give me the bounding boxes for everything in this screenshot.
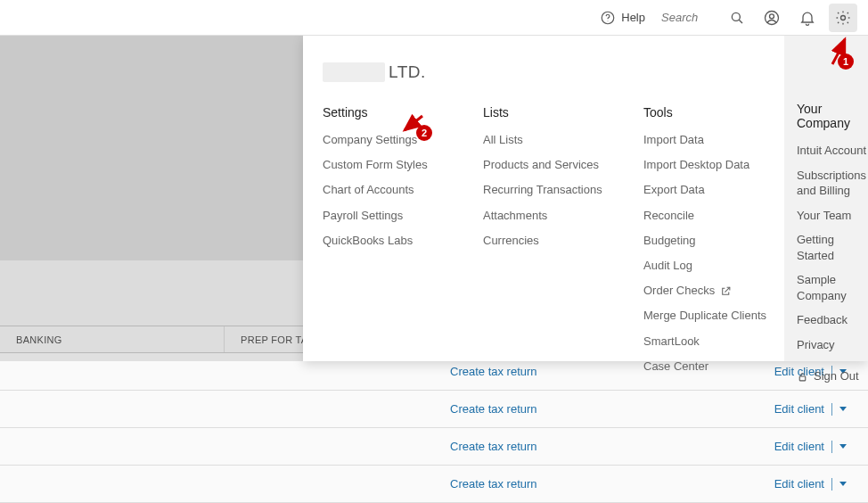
case-center-link[interactable]: Case Center: [643, 359, 768, 375]
divider: [831, 478, 832, 491]
audit-log-link[interactable]: Audit Log: [643, 258, 768, 274]
merge-duplicate-clients-link[interactable]: Merge Duplicate Clients: [643, 308, 768, 324]
company-name: LTD.: [323, 62, 768, 82]
notifications-button[interactable]: [793, 4, 822, 32]
caret-down-icon[interactable]: [839, 407, 847, 411]
reconcile-link[interactable]: Reconcile: [643, 208, 768, 224]
create-tax-return-link[interactable]: Create tax return: [450, 477, 537, 491]
user-icon: [763, 9, 781, 27]
lists-heading: Lists: [483, 105, 617, 120]
table-row: Create tax return Edit client: [0, 466, 868, 503]
gear-icon: [834, 9, 852, 27]
account-button[interactable]: [757, 4, 786, 32]
top-bar: Help: [0, 0, 868, 36]
tools-column: Tools Import Data Import Desktop Data Ex…: [643, 105, 768, 383]
order-checks-label: Order Checks: [643, 283, 715, 299]
all-lists-link[interactable]: All Lists: [483, 132, 617, 148]
sign-out-link[interactable]: Sign Out: [797, 368, 866, 384]
subscriptions-billing-link[interactable]: Subscriptions and Billing: [797, 168, 866, 199]
chart-of-accounts-link[interactable]: Chart of Accounts: [323, 182, 456, 198]
your-team-link[interactable]: Your Team: [797, 208, 866, 224]
attachments-link[interactable]: Attachments: [483, 208, 617, 224]
create-tax-return-link[interactable]: Create tax return: [450, 402, 537, 416]
settings-gear-button[interactable]: [829, 4, 857, 32]
edit-client-link[interactable]: Edit client: [774, 402, 824, 416]
edit-client-link[interactable]: Edit client: [774, 477, 824, 491]
help-label: Help: [621, 11, 645, 24]
bell-icon: [798, 9, 816, 27]
help-icon: [600, 10, 616, 26]
search-area: [661, 10, 745, 26]
quickbooks-labs-link[interactable]: QuickBooks Labs: [323, 233, 456, 249]
divider: [831, 403, 832, 416]
tools-heading: Tools: [643, 105, 768, 120]
table-row: Create tax return Edit client: [0, 391, 868, 428]
caret-down-icon[interactable]: [839, 444, 847, 449]
search-input[interactable]: [661, 11, 724, 24]
your-company-column: Your Company Intuit Account Subscription…: [784, 36, 868, 361]
import-data-link[interactable]: Import Data: [643, 132, 768, 148]
divider: [831, 441, 832, 453]
budgeting-link[interactable]: Budgeting: [643, 233, 768, 249]
svg-line-3: [739, 20, 742, 23]
intuit-account-link[interactable]: Intuit Account: [797, 143, 866, 159]
settings-heading: Settings: [323, 105, 456, 120]
settings-menu-panel: LTD. Settings Company Settings Custom Fo…: [303, 36, 868, 361]
create-tax-return-link[interactable]: Create tax return: [450, 440, 537, 453]
sample-company-link[interactable]: Sample Company: [797, 272, 866, 303]
settings-column: Settings Company Settings Custom Form St…: [323, 105, 456, 383]
getting-started-link[interactable]: Getting Started: [797, 232, 866, 263]
currencies-link[interactable]: Currencies: [483, 233, 617, 249]
your-company-heading: Your Company: [797, 102, 866, 130]
svg-point-2: [732, 12, 740, 21]
smartlook-link[interactable]: SmartLook: [643, 334, 768, 350]
custom-form-styles-link[interactable]: Custom Form Styles: [323, 157, 456, 173]
products-services-link[interactable]: Products and Services: [483, 157, 617, 173]
svg-point-1: [608, 21, 609, 21]
col-header-banking[interactable]: BANKING: [0, 326, 225, 352]
payroll-settings-link[interactable]: Payroll Settings: [323, 208, 456, 224]
svg-point-5: [770, 13, 774, 18]
edit-client-link[interactable]: Edit client: [774, 440, 824, 453]
caret-down-icon[interactable]: [839, 482, 847, 486]
company-name-redacted: [323, 62, 385, 82]
table-row: Create tax return Edit client: [0, 428, 868, 466]
order-checks-link[interactable]: Order Checks: [643, 283, 768, 299]
company-settings-link[interactable]: Company Settings: [323, 132, 456, 148]
import-desktop-data-link[interactable]: Import Desktop Data: [643, 157, 768, 173]
svg-rect-7: [799, 376, 806, 381]
privacy-link[interactable]: Privacy: [797, 337, 866, 353]
sign-out-label: Sign Out: [814, 368, 859, 384]
company-name-suffix: LTD.: [389, 62, 426, 82]
lists-column: Lists All Lists Products and Services Re…: [483, 105, 617, 383]
search-icon[interactable]: [729, 10, 745, 26]
external-link-icon: [720, 285, 732, 297]
svg-point-6: [841, 15, 846, 20]
recurring-transactions-link[interactable]: Recurring Transactions: [483, 182, 617, 198]
export-data-link[interactable]: Export Data: [643, 182, 768, 198]
feedback-link[interactable]: Feedback: [797, 312, 866, 328]
help-button[interactable]: Help: [600, 10, 645, 26]
lock-icon: [797, 371, 808, 383]
